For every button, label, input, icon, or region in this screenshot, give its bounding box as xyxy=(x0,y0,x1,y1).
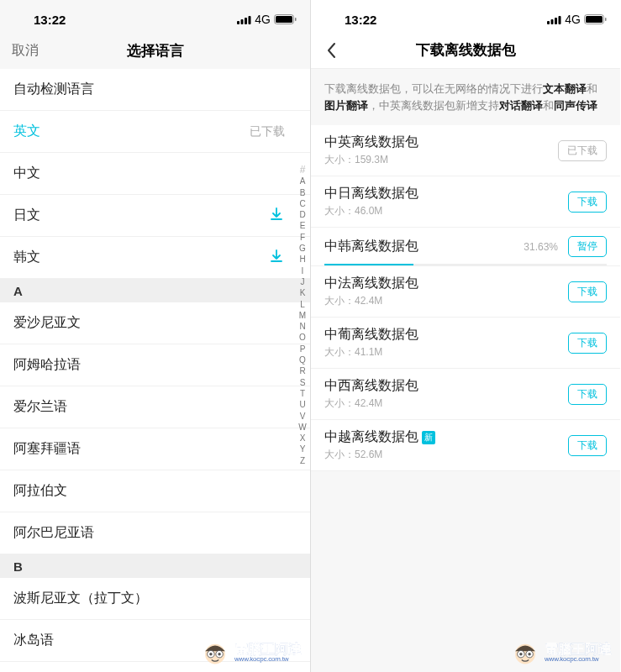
index-letter[interactable]: Z xyxy=(297,455,308,466)
language-row[interactable]: 巴斯克语 xyxy=(0,662,310,672)
svg-rect-17 xyxy=(586,16,603,23)
svg-rect-18 xyxy=(605,18,607,21)
download-icon[interactable] xyxy=(268,206,297,226)
language-label: 韩文 xyxy=(13,249,40,266)
pack-row: 中法离线数据包大小：42.4M下载 xyxy=(311,266,620,318)
index-letter[interactable]: A xyxy=(297,176,308,186)
index-letter[interactable]: M xyxy=(297,310,308,321)
svg-point-22 xyxy=(519,653,522,655)
pack-row: 中日离线数据包大小：46.0M下载 xyxy=(311,176,620,228)
language-row[interactable]: 英文已下载 xyxy=(0,111,310,153)
pack-size: 大小：159.3M xyxy=(324,153,418,167)
index-letter[interactable]: T xyxy=(297,388,308,399)
signal-icon xyxy=(237,15,251,24)
new-badge: 新 xyxy=(422,431,435,444)
language-row[interactable]: 冰岛语 xyxy=(0,620,310,662)
svg-point-19 xyxy=(515,644,535,664)
language-row[interactable]: 中文 xyxy=(0,153,310,195)
back-button[interactable] xyxy=(321,40,341,60)
index-letter[interactable]: B xyxy=(297,187,308,198)
language-label: 自动检测语言 xyxy=(13,81,94,98)
pack-title: 中韩离线数据包 xyxy=(324,238,418,255)
pack-row: 中英离线数据包大小：159.3M已下载 xyxy=(311,125,620,176)
pack-row: 中韩离线数据包31.63%暂停 xyxy=(311,228,620,266)
index-letter[interactable]: J xyxy=(297,276,308,287)
svg-rect-12 xyxy=(547,21,550,24)
svg-rect-6 xyxy=(295,18,297,21)
section-header: B xyxy=(0,554,310,578)
download-button[interactable]: 下载 xyxy=(568,281,607,302)
download-button[interactable]: 下载 xyxy=(568,384,607,405)
language-row[interactable]: 爱沙尼亚文 xyxy=(0,302,310,344)
index-letter[interactable]: W xyxy=(297,422,308,433)
index-letter[interactable]: G xyxy=(297,243,308,254)
language-row[interactable]: 波斯尼亚文（拉丁文） xyxy=(0,578,310,620)
svg-rect-2 xyxy=(245,18,247,24)
language-row[interactable]: 自动检测语言 xyxy=(0,69,310,111)
index-letter[interactable]: D xyxy=(297,209,308,220)
language-label: 爱尔兰语 xyxy=(13,398,67,416)
top-language-list: 自动检测语言英文已下载中文日文韩文 xyxy=(0,69,310,279)
index-letter[interactable]: V xyxy=(297,411,308,422)
language-label: 英文 xyxy=(13,123,40,140)
language-row[interactable]: 韩文 xyxy=(0,237,310,279)
index-letter[interactable]: H xyxy=(297,254,308,265)
status-indicators: 4G xyxy=(237,13,297,26)
pack-title: 中英离线数据包 xyxy=(324,134,418,151)
language-row[interactable]: 阿塞拜疆语 xyxy=(0,428,310,470)
index-letter[interactable]: X xyxy=(297,433,308,444)
index-letter[interactable]: R xyxy=(297,365,308,376)
downloaded-label: 已下载 xyxy=(250,124,297,139)
index-letter[interactable]: E xyxy=(297,220,308,231)
alpha-index[interactable]: #ABCDEFGHIJKLMNOPQRSTUVWXYZ xyxy=(297,165,308,466)
language-row[interactable]: 阿拉伯文 xyxy=(0,470,310,512)
language-label: 阿姆哈拉语 xyxy=(13,356,81,374)
pack-row: 中西离线数据包大小：42.4M下载 xyxy=(311,369,620,420)
index-letter[interactable]: N xyxy=(297,321,308,332)
nav-bar: 下载离线数据包 xyxy=(311,32,620,69)
language-row[interactable]: 阿姆哈拉语 xyxy=(0,344,310,386)
index-letter[interactable]: K xyxy=(297,287,308,298)
index-letter[interactable]: Q xyxy=(297,354,308,365)
index-letter[interactable]: F xyxy=(297,232,308,243)
status-bar: 13:22 4G xyxy=(0,0,310,32)
svg-rect-13 xyxy=(551,19,554,24)
svg-rect-5 xyxy=(276,16,292,23)
svg-rect-3 xyxy=(249,16,251,24)
pack-size: 大小：42.4M xyxy=(324,294,418,308)
pack-title: 中西离线数据包 xyxy=(324,377,418,395)
index-letter[interactable]: U xyxy=(297,399,308,410)
svg-rect-0 xyxy=(237,21,239,24)
pack-list: 中英离线数据包大小：159.3M已下载中日离线数据包大小：46.0M下载中韩离线… xyxy=(311,125,620,471)
battery-icon xyxy=(274,14,297,24)
svg-point-21 xyxy=(526,650,534,658)
download-icon[interactable] xyxy=(268,248,297,268)
index-letter[interactable]: C xyxy=(297,198,308,209)
language-row[interactable]: 日文 xyxy=(0,195,310,237)
language-row[interactable]: 爱尔兰语 xyxy=(0,386,310,428)
index-letter[interactable]: P xyxy=(297,344,308,354)
pack-size: 大小：46.0M xyxy=(324,204,418,218)
cancel-button[interactable]: 取消 xyxy=(12,42,39,60)
language-row[interactable]: 阿尔巴尼亚语 xyxy=(0,512,310,554)
progress-bar xyxy=(324,264,607,265)
pause-button[interactable]: 暂停 xyxy=(568,236,607,257)
index-letter[interactable]: # xyxy=(297,165,308,176)
index-letter[interactable]: L xyxy=(297,299,308,310)
index-letter[interactable]: S xyxy=(297,377,308,388)
downloaded-button[interactable]: 已下载 xyxy=(558,140,607,161)
watermark: 電腦王阿達www.kocpc.com.tw xyxy=(511,638,612,667)
download-button[interactable]: 下载 xyxy=(568,333,607,354)
download-button[interactable]: 下载 xyxy=(568,192,607,213)
status-indicators: 4G xyxy=(547,13,607,26)
nav-bar: 取消 选择语言 xyxy=(0,32,310,69)
index-letter[interactable]: Y xyxy=(297,444,308,454)
index-letter[interactable]: I xyxy=(297,265,308,276)
index-letter[interactable]: O xyxy=(297,332,308,343)
language-label: 冰岛语 xyxy=(13,632,54,649)
svg-point-23 xyxy=(528,653,530,655)
screen-language-select: 13:22 4G 取消 选择语言 自动检测语言英文已下载中文日文韩文 A爱沙尼亚… xyxy=(0,0,310,672)
status-time: 13:22 xyxy=(13,13,66,27)
download-button[interactable]: 下载 xyxy=(568,435,607,456)
network-label: 4G xyxy=(255,13,271,26)
